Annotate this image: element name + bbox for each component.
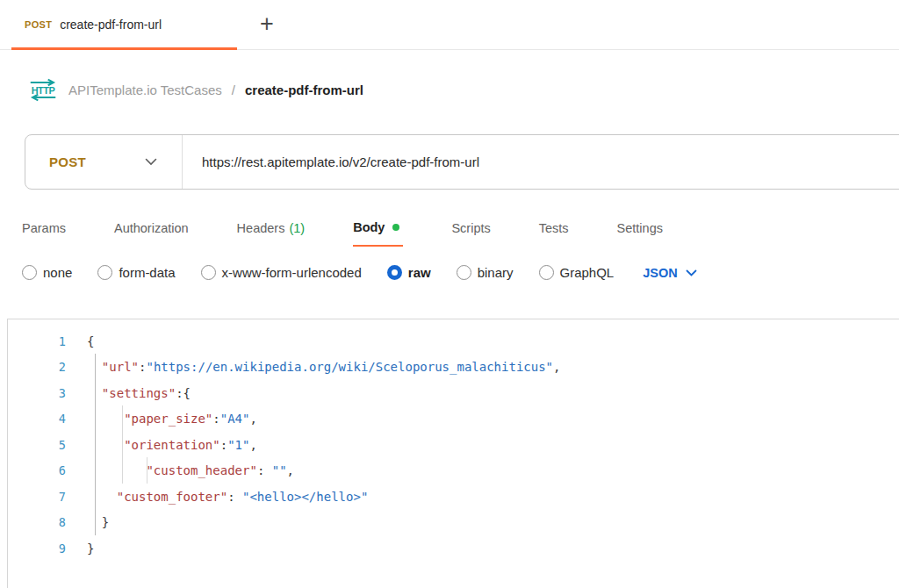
tab-tests[interactable]: Tests (539, 213, 569, 247)
line-number: 8 (8, 515, 66, 529)
line-number: 9 (8, 541, 66, 556)
url-bar: POST (25, 134, 899, 190)
radio-form-data[interactable]: form-data (97, 265, 175, 280)
line-number: 2 (8, 360, 66, 374)
tab-scripts[interactable]: Scripts (451, 213, 490, 247)
radio-graphql[interactable]: GraphQL (539, 265, 615, 280)
tab-label: Params (22, 221, 66, 235)
indent-guide (147, 457, 147, 484)
radio-circle-icon (22, 265, 37, 280)
chevron-down-icon (686, 269, 697, 276)
headers-count-badge: (1) (289, 221, 305, 235)
request-subtabs: Params Authorization Headers (1) Body Sc… (22, 213, 663, 247)
tab-settings[interactable]: Settings (617, 213, 663, 247)
line-number: 4 (8, 412, 66, 426)
breadcrumb-collection[interactable]: APITemplate.io TestCases (68, 82, 222, 97)
code-text[interactable]: "custom_header": "", (66, 463, 294, 477)
code-line: 6 "custom_header": "", (8, 458, 899, 484)
line-number: 1 (8, 334, 66, 348)
breadcrumb-separator: / (232, 82, 235, 97)
indent-guide (122, 405, 123, 484)
line-number: 6 (8, 463, 66, 477)
svg-text:HTTP: HTTP (32, 84, 55, 95)
radio-x-www-form-urlencoded[interactable]: x-www-form-urlencoded (201, 265, 362, 280)
tab-method-label: POST (25, 19, 52, 30)
code-line: 7 "custom_footer": "<hello></hello>" (8, 484, 899, 510)
language-selector[interactable]: JSON (643, 266, 697, 280)
active-tab-indicator (11, 47, 237, 50)
line-number: 7 (8, 490, 66, 504)
request-tab[interactable]: POST create-pdf-from-url (25, 0, 162, 48)
code-text[interactable]: } (66, 515, 109, 529)
radio-circle-icon (201, 265, 216, 280)
code-line: 9} (8, 535, 899, 562)
code-text[interactable]: "url":"https://en.wikipedia.org/wiki/Sce… (66, 360, 560, 374)
language-label: JSON (643, 266, 678, 280)
radio-label: form-data (119, 265, 175, 280)
request-tab-bar: POST create-pdf-from-url + (0, 0, 899, 50)
body-type-row: none form-data x-www-form-urlencoded raw… (22, 265, 697, 280)
code-text[interactable]: "settings":{ (66, 386, 191, 400)
line-number: 3 (8, 386, 66, 400)
code-line: 3 "settings":{ (8, 380, 899, 406)
tab-headers[interactable]: Headers (1) (237, 213, 306, 247)
breadcrumb-request-name[interactable]: create-pdf-from-url (245, 82, 363, 97)
breadcrumb: HTTP APITemplate.io TestCases / create-p… (26, 77, 363, 102)
tab-label: Settings (617, 221, 663, 235)
new-tab-button[interactable]: + (260, 11, 274, 36)
line-number: 5 (8, 438, 66, 452)
tab-label: Body (353, 220, 385, 234)
radio-raw[interactable]: raw (387, 265, 431, 280)
radio-selected-icon (387, 265, 402, 280)
radio-circle-icon (539, 265, 554, 280)
method-label: POST (49, 154, 86, 169)
tab-label: Headers (237, 221, 285, 235)
radio-label: x-www-form-urlencoded (222, 265, 362, 280)
code-lines: 1{2 "url":"https://en.wikipedia.org/wiki… (8, 328, 899, 562)
green-dot-icon (392, 224, 399, 231)
code-line: 1{ (8, 328, 899, 355)
chevron-down-icon (145, 158, 157, 166)
tab-label: Authorization (114, 221, 189, 235)
url-input[interactable] (183, 135, 899, 189)
code-line: 5 "orientation":"1", (8, 432, 899, 458)
code-line: 4 "paper_size":"A4", (8, 406, 899, 433)
radio-none[interactable]: none (22, 265, 72, 280)
tab-authorization[interactable]: Authorization (114, 213, 189, 247)
code-line: 8 } (8, 510, 899, 536)
radio-binary[interactable]: binary (457, 265, 514, 280)
radio-label: none (43, 265, 72, 280)
code-text[interactable]: } (66, 541, 94, 556)
indent-guide (95, 354, 96, 535)
code-text[interactable]: { (66, 334, 94, 348)
radio-label: binary (478, 265, 514, 280)
radio-label: GraphQL (560, 265, 615, 280)
http-request-icon: HTTP (26, 78, 60, 102)
tab-label: Tests (539, 221, 569, 235)
code-text[interactable]: "custom_footer": "<hello></hello>" (66, 490, 368, 504)
method-selector[interactable]: POST (25, 135, 182, 189)
code-editor[interactable]: 1{2 "url":"https://en.wikipedia.org/wiki… (7, 319, 899, 588)
code-line: 2 "url":"https://en.wikipedia.org/wiki/S… (8, 355, 899, 381)
tab-params[interactable]: Params (22, 213, 66, 247)
radio-circle-icon (457, 265, 471, 280)
tab-title: create-pdf-from-url (60, 18, 162, 32)
radio-label: raw (408, 265, 431, 280)
tab-label: Scripts (451, 221, 490, 235)
radio-circle-icon (97, 265, 112, 280)
tab-body[interactable]: Body (353, 213, 403, 247)
app-window: POST create-pdf-from-url + HTTP APITempl… (0, 0, 899, 588)
